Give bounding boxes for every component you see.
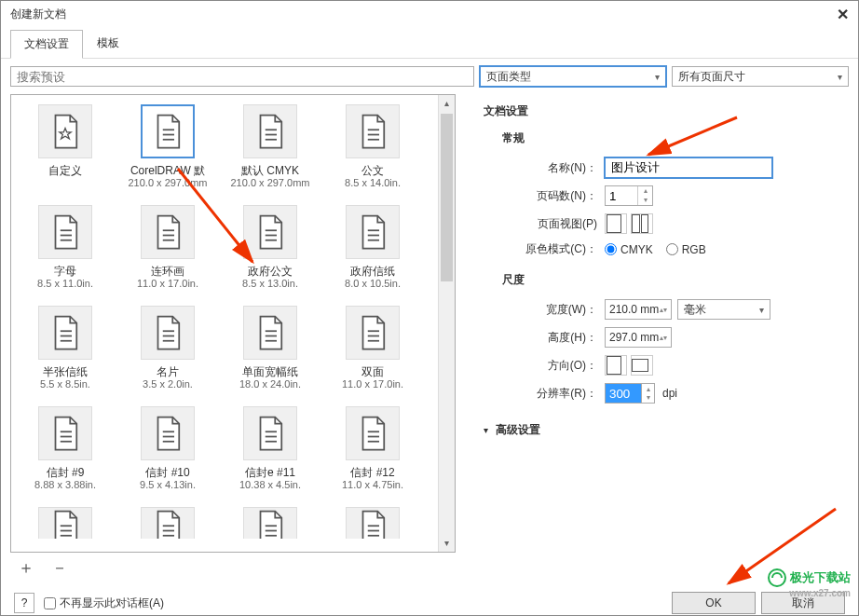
- document-icon: [243, 306, 297, 360]
- dimensions-title: 尺度: [502, 272, 830, 288]
- preset-label: 字母: [54, 265, 76, 278]
- radio-cmyk[interactable]: CMYK: [605, 243, 653, 256]
- document-star-icon: [38, 104, 92, 158]
- preset-dims: 8.5 x 14.0in.: [345, 177, 401, 188]
- advanced-toggle[interactable]: ▾ 高级设置: [484, 422, 830, 438]
- color-mode-label: 原色模式(C)：: [484, 241, 605, 257]
- height-label: 高度(H)：: [484, 330, 605, 346]
- preset-item[interactable]: 信封 #109.5 x 4.13in.: [117, 404, 218, 503]
- presets-panel: 自定义CorelDRAW 默210.0 x 297.0mm默认 CMYK210.…: [10, 94, 456, 553]
- close-icon[interactable]: ✕: [837, 6, 849, 23]
- document-icon: [243, 406, 297, 460]
- preset-label: 政府信纸: [350, 265, 395, 278]
- preset-item[interactable]: [15, 505, 116, 539]
- settings-panel: 文档设置 常规 名称(N)： 页码数(N)： ▴▾ 页面视图(P) 原色模式(C…: [456, 94, 849, 553]
- preset-dims: 8.5 x 11.0in.: [37, 278, 93, 289]
- preset-item[interactable]: 字母8.5 x 11.0in.: [15, 203, 116, 302]
- scroll-thumb[interactable]: [441, 114, 453, 281]
- page-type-dropdown[interactable]: 页面类型 ▾: [480, 66, 666, 87]
- cmyk-text: CMYK: [620, 243, 653, 256]
- resolution-input[interactable]: [605, 383, 642, 404]
- tab-doc-settings[interactable]: 文档设置: [10, 30, 83, 59]
- pages-spinner[interactable]: ▴▾: [605, 185, 653, 206]
- preset-item[interactable]: 政府信纸8.0 x 10.5in.: [322, 203, 423, 302]
- preset-dims: 5.5 x 8.5in.: [40, 378, 90, 390]
- name-input[interactable]: [605, 157, 772, 178]
- preset-dims: 8.5 x 13.0in.: [242, 278, 298, 289]
- spin-up-icon[interactable]: ▴: [638, 186, 652, 196]
- name-label: 名称(N)：: [484, 160, 605, 176]
- help-button[interactable]: ?: [14, 593, 34, 613]
- scroll-down-icon[interactable]: ▾: [439, 535, 455, 552]
- title-bar: 创建新文档 ✕: [1, 1, 858, 27]
- dont-show-label: 不再显示此对话框(A): [60, 595, 164, 611]
- preset-label: 默认 CMYK: [241, 164, 299, 177]
- search-input[interactable]: [10, 66, 474, 87]
- cancel-button[interactable]: 取消: [761, 592, 845, 614]
- preset-dims: 210.0 x 297.0mm: [129, 177, 208, 188]
- document-icon: [346, 104, 400, 158]
- preset-item[interactable]: 信封e #1110.38 x 4.5in.: [220, 404, 320, 503]
- document-icon: [38, 306, 92, 360]
- preset-item[interactable]: 默认 CMYK210.0 x 297.0mm: [220, 103, 320, 201]
- preset-item[interactable]: 自定义: [15, 103, 116, 201]
- main-area: 自定义CorelDRAW 默210.0 x 297.0mm默认 CMYK210.…: [1, 90, 858, 553]
- dont-show-checkbox[interactable]: 不再显示此对话框(A): [44, 595, 164, 611]
- preset-label: 连环画: [151, 265, 184, 278]
- orientation-landscape-icon[interactable]: [631, 355, 653, 376]
- width-input[interactable]: 210.0 mm▴▾: [605, 299, 672, 320]
- dpi-spinner[interactable]: ▴▾: [642, 383, 655, 404]
- preset-dims: 11.0 x 17.0in.: [137, 278, 198, 289]
- page-view-facing-icon[interactable]: [631, 213, 653, 234]
- document-icon: [346, 507, 400, 539]
- ok-button[interactable]: OK: [672, 592, 756, 614]
- preset-item[interactable]: 公文8.5 x 14.0in.: [322, 103, 423, 201]
- view-label: 页面视图(P): [484, 216, 605, 232]
- preset-label: 公文: [361, 164, 384, 177]
- advanced-label: 高级设置: [496, 422, 540, 438]
- general-title: 常规: [502, 130, 830, 146]
- chevron-down-icon: ▾: [759, 305, 764, 315]
- preset-item[interactable]: 信封 #1211.0 x 4.75in.: [322, 404, 423, 503]
- preset-item[interactable]: 信封 #98.88 x 3.88in.: [15, 404, 116, 503]
- preset-item[interactable]: 单面宽幅纸18.0 x 24.0in.: [220, 304, 320, 403]
- tabs: 文档设置 模板: [1, 29, 858, 59]
- document-icon: [38, 406, 92, 460]
- preset-item[interactable]: 政府公文8.5 x 13.0in.: [220, 203, 320, 302]
- preset-item[interactable]: 双面11.0 x 17.0in.: [322, 304, 423, 403]
- preset-dims: 8.88 x 3.88in.: [34, 479, 96, 490]
- preset-item[interactable]: CorelDRAW 默210.0 x 297.0mm: [117, 103, 218, 201]
- pages-value[interactable]: [606, 186, 637, 205]
- preset-item[interactable]: [117, 505, 218, 539]
- page-view-single-icon[interactable]: [605, 213, 627, 234]
- preset-item[interactable]: [322, 505, 423, 539]
- preset-label: 自定义: [48, 164, 82, 177]
- preset-item[interactable]: 名片3.5 x 2.0in.: [117, 304, 218, 403]
- remove-preset-button[interactable]: －: [48, 556, 72, 579]
- unit-select[interactable]: 毫米 ▾: [677, 299, 770, 320]
- scroll-up-icon[interactable]: ▴: [439, 95, 455, 112]
- preset-label: 政府公文: [248, 265, 293, 278]
- document-icon: [243, 104, 297, 158]
- preset-item[interactable]: 连环画11.0 x 17.0in.: [117, 203, 218, 302]
- spin-down-icon[interactable]: ▾: [638, 196, 652, 205]
- bottom-toolbar: ＋ －: [1, 553, 858, 582]
- preset-label: CorelDRAW 默: [130, 164, 205, 177]
- window-title: 创建新文档: [10, 7, 66, 22]
- page-type-label: 页面类型: [486, 69, 531, 85]
- tab-template[interactable]: 模板: [83, 29, 133, 58]
- preset-dims: 210.0 x 297.0mm: [231, 177, 310, 188]
- preset-item[interactable]: [220, 505, 320, 539]
- preset-item[interactable]: 半张信纸5.5 x 8.5in.: [15, 304, 116, 403]
- all-sizes-dropdown[interactable]: 所有页面尺寸 ▾: [672, 66, 849, 87]
- settings-title: 文档设置: [484, 103, 830, 119]
- document-icon: [141, 406, 195, 460]
- add-preset-button[interactable]: ＋: [14, 556, 38, 579]
- document-icon: [243, 507, 297, 539]
- scrollbar[interactable]: ▴ ▾: [438, 95, 455, 552]
- radio-rgb[interactable]: RGB: [666, 243, 706, 256]
- presets-grid: 自定义CorelDRAW 默210.0 x 297.0mm默认 CMYK210.…: [11, 95, 438, 552]
- toolbar-row: 页面类型 ▾ 所有页面尺寸 ▾: [1, 59, 858, 90]
- orientation-portrait-icon[interactable]: [605, 355, 627, 376]
- height-input[interactable]: 297.0 mm▴▾: [605, 327, 672, 348]
